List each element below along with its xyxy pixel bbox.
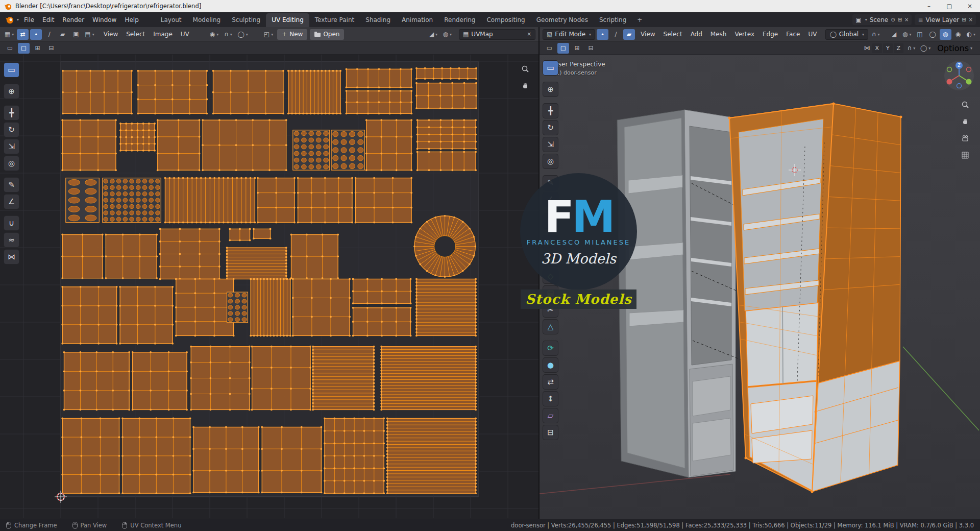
uv-gizmo-toggle-button[interactable]: ◢ ▾	[428, 29, 439, 40]
select-mode-vertex-button[interactable]: ∙	[30, 29, 42, 40]
options-dropdown[interactable]: Options ▾	[934, 43, 976, 54]
workspace-tab-layout[interactable]: Layout	[155, 13, 187, 27]
uv-island[interactable]	[380, 346, 477, 411]
workspace-tab-compositing[interactable]: Compositing	[481, 13, 530, 27]
v3d-vertex-mode-button[interactable]: ∙	[597, 29, 608, 40]
uv-island[interactable]	[190, 346, 250, 411]
menu-window[interactable]: Window	[88, 14, 120, 26]
uv-island[interactable]	[415, 67, 477, 80]
pinch-tool[interactable]: ⋈	[4, 250, 19, 264]
uv-island[interactable]	[416, 119, 477, 150]
scene-selector[interactable]: ▣ ▾ Scene ⊙ ⊞ ×	[852, 14, 912, 25]
v3d-menu-face[interactable]: Face	[782, 28, 804, 40]
copy-scene-icon[interactable]: ⊞	[898, 17, 902, 22]
uv-island[interactable]	[227, 292, 248, 323]
uv-island[interactable]	[61, 234, 103, 279]
image-browse-button[interactable]: ◰ ▾	[262, 29, 275, 40]
rotate-tool[interactable]: ↻	[543, 120, 558, 135]
uv-menu-view[interactable]: View	[100, 28, 122, 40]
workspace-tab-texture-paint[interactable]: Texture Paint	[309, 13, 360, 27]
measure-tool[interactable]: ∠	[4, 195, 19, 209]
select-box-tool[interactable]: ▭	[543, 61, 558, 75]
v3d-menu-select[interactable]: Select	[659, 28, 687, 40]
poly-build-tool[interactable]: △	[543, 320, 558, 334]
uv-island[interactable]	[253, 228, 272, 240]
uv-island[interactable]	[257, 177, 296, 224]
move-tool[interactable]: ╋	[543, 104, 558, 118]
uv-menu-image[interactable]: Image	[149, 28, 177, 40]
uv-overlays-toggle-button[interactable]: ◍ ▾	[442, 29, 454, 40]
uv-island[interactable]	[202, 119, 287, 171]
v3d-overlays-button[interactable]: ◍▾	[901, 29, 913, 40]
proportional-edit-button[interactable]: ◯ ▾	[236, 29, 249, 40]
unlink-view-layer-icon[interactable]: ×	[969, 17, 973, 22]
edge-slide-tool[interactable]: ⇄	[543, 375, 558, 389]
uv-island[interactable]	[287, 70, 341, 114]
uv-island[interactable]	[324, 418, 385, 495]
uv-editor-type-button[interactable]: ▦ ▾	[3, 29, 15, 40]
uv-island[interactable]	[250, 278, 291, 337]
uvmap-unlink-icon[interactable]: ×	[527, 32, 531, 37]
workspace-tab-shading[interactable]: Shading	[360, 13, 396, 27]
shading-rendered-button[interactable]: ◐▾	[965, 29, 977, 40]
uv-island[interactable]	[346, 68, 412, 88]
select-mode-edge-button[interactable]: ∕	[43, 29, 55, 40]
relax-tool[interactable]: ≈	[4, 233, 19, 247]
uv-sync-select-button[interactable]: ⇄	[17, 29, 29, 40]
uv-island[interactable]	[62, 70, 133, 114]
workspace-tab-rendering[interactable]: Rendering	[438, 13, 481, 27]
uv-island[interactable]	[121, 418, 191, 495]
uv-island[interactable]	[352, 278, 412, 305]
rip-region-tool[interactable]: ⊟	[543, 425, 558, 440]
grab-tool[interactable]: ∪	[4, 216, 19, 230]
uv-island[interactable]	[61, 119, 117, 171]
v3d-menu-view[interactable]: View	[636, 28, 659, 40]
v3d-menu-uv[interactable]: UV	[804, 28, 821, 40]
uv-island[interactable]	[119, 286, 174, 345]
menu-help[interactable]: Help	[120, 14, 142, 26]
snap-options-button[interactable]: ∩▾	[905, 43, 917, 54]
scale-tool[interactable]: ⇲	[543, 137, 558, 152]
uv-island[interactable]	[293, 130, 330, 170]
shading-wireframe-button[interactable]: ◯	[927, 29, 939, 40]
uv-island[interactable]	[312, 346, 375, 411]
v3d-menu-mesh[interactable]: Mesh	[706, 28, 731, 40]
uv-island[interactable]	[331, 130, 364, 170]
uv-island[interactable]	[103, 178, 161, 223]
v3d-grid-icon[interactable]	[959, 149, 971, 161]
workspace-tab-scripting[interactable]: Scripting	[594, 13, 632, 27]
uv-island[interactable]	[192, 426, 259, 494]
mirror-z-button[interactable]: Z	[894, 43, 903, 53]
menu-file[interactable]: File	[20, 14, 38, 26]
v3d-canvas[interactable]: User Perspective (1) door-sensor ▭⊕╋↻⇲◎✎…	[540, 55, 980, 519]
unlink-scene-icon[interactable]: ×	[904, 17, 909, 22]
workspace-tab-animation[interactable]: Animation	[396, 13, 438, 27]
uv-canvas[interactable]: ▭⊕╋↻⇲◎✎∠∪≈⋈	[0, 55, 538, 519]
xray-toggle-button[interactable]: ◫	[914, 29, 926, 40]
select-mode-island-button[interactable]: ▣	[70, 29, 82, 40]
uv-menu-uv[interactable]: UV	[177, 28, 193, 40]
shading-material-button[interactable]: ◉	[952, 29, 964, 40]
snapping-button[interactable]: ∩ ▾	[222, 29, 234, 40]
blender-menu-icon[interactable]	[5, 15, 14, 24]
uv-island[interactable]	[61, 418, 120, 495]
v3d-menu-add[interactable]: Add	[687, 28, 706, 40]
workspace-tab-sculpting[interactable]: Sculpting	[226, 13, 266, 27]
open-image-button[interactable]: Open	[310, 29, 344, 40]
uv-island[interactable]	[365, 119, 412, 171]
tweak-select-tool[interactable]: ▭	[4, 63, 19, 77]
uv-island[interactable]	[175, 278, 235, 337]
mirror-x-button[interactable]: X	[872, 43, 882, 53]
uv-island[interactable]	[226, 247, 287, 280]
v3d-menu-vertex[interactable]: Vertex	[730, 28, 758, 40]
uv-island[interactable]	[292, 278, 351, 337]
uv-select-mode-subtract-button[interactable]: ⊟	[45, 43, 57, 54]
pin-icon[interactable]: ⊙	[891, 17, 895, 22]
scale-tool[interactable]: ⇲	[4, 139, 19, 154]
v3d-edge-mode-button[interactable]: ∕	[610, 29, 622, 40]
uv-select-mode-new-button[interactable]: ▢	[18, 43, 30, 54]
uv-island[interactable]	[63, 351, 130, 411]
uv-pan-icon[interactable]	[519, 80, 531, 92]
prop-options-button[interactable]: ◯▾	[919, 43, 932, 54]
uv-island[interactable]	[386, 418, 477, 495]
